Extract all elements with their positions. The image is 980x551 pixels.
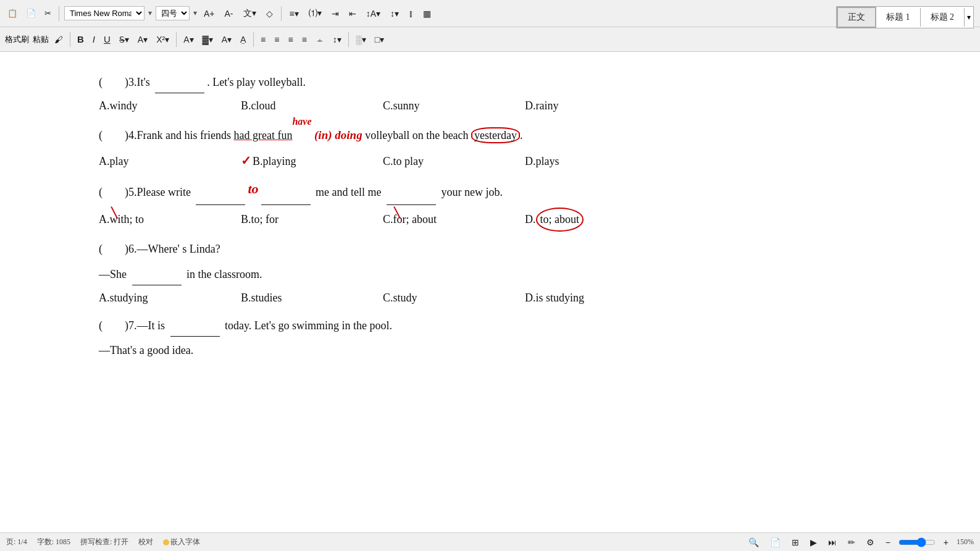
status-play-button[interactable]: ▶ <box>807 536 820 549</box>
q5-content: ( )5.Please write to me and tell me your… <box>99 178 503 205</box>
copy-button[interactable]: 📄 <box>23 7 38 19</box>
q5-options: A.w╲ith; to B.to; for C.f╲or; about D.to… <box>99 208 881 231</box>
question-5-text: ( )5.Please write to me and tell me your… <box>99 178 881 205</box>
q5-optA: A.w╲ith; to <box>99 209 241 229</box>
font-family-arrow: ▾ <box>148 9 152 18</box>
q6-content: ( )6.—Where' s Linda? <box>99 238 220 260</box>
style-dropdown-button[interactable]: ▾ <box>965 9 973 26</box>
bold-button[interactable]: B <box>74 32 87 46</box>
strikethrough-button[interactable]: S̶▾ <box>116 33 132 46</box>
para-spacing-button[interactable]: ↕▾ <box>387 7 402 20</box>
font-embed-icon <box>163 539 169 545</box>
q6-optC: C.study <box>383 288 525 308</box>
q7-sub-content: —That's a good idea. <box>99 339 193 361</box>
indent-decrease-button[interactable]: ⇤ <box>346 7 359 20</box>
cut-button[interactable]: ✂ <box>42 7 54 19</box>
q3-content: ( )3.It's . Let's play volleyball. <box>99 70 306 93</box>
q5-blank1 <box>196 182 245 205</box>
paste-button[interactable]: 📋 <box>5 7 20 19</box>
q4-optC: C.to play <box>383 151 525 171</box>
numbered-list-button[interactable]: ⑴▾ <box>306 6 325 21</box>
q4-content: ( )4.Frank and his friends had great fun… <box>99 122 523 147</box>
q6-blank <box>132 263 182 285</box>
status-bar: 页: 1/4 字数: 1085 拼写检查: 打开 校对 嵌入字体 🔍 📄 ⊞ ▶… <box>0 532 980 551</box>
status-zoom-in-button[interactable]: + <box>940 536 952 549</box>
paste-label: 粘贴 <box>33 34 49 45</box>
clear-format-button[interactable]: ◇ <box>263 7 276 20</box>
sort-button[interactable]: ↕A▾ <box>363 7 383 20</box>
question-4-text: ( )4.Frank and his friends had great fun… <box>99 122 881 147</box>
document-area: ( )3.It's . Let's play volleyball. A.win… <box>0 52 980 515</box>
q5-optD: D.to; about <box>525 208 667 231</box>
divider3 <box>70 32 70 47</box>
align-justify-button[interactable]: ≡ <box>299 33 310 46</box>
question-7-sub: —That's a good idea. <box>99 339 881 361</box>
q7-blank <box>170 314 220 337</box>
zoom-slider[interactable] <box>898 537 936 547</box>
font-decrease-button[interactable]: A- <box>222 7 237 20</box>
status-doc-button[interactable]: 📄 <box>767 536 784 549</box>
status-search-button[interactable]: 🔍 <box>745 536 762 549</box>
style-normal[interactable]: 正文 <box>837 7 876 28</box>
word-count: 字数: 1085 <box>37 537 70 547</box>
divider4 <box>176 32 177 47</box>
table-button[interactable]: ▦ <box>420 7 434 20</box>
q3-optD: D.rainy <box>525 96 667 116</box>
q6-sub-content: —She in the classroom. <box>99 263 262 285</box>
distributed-button[interactable]: ⫠ <box>312 33 327 46</box>
style-h1[interactable]: 标题 1 <box>876 8 921 27</box>
font-size-arrow: ▾ <box>193 9 197 18</box>
bullet-list-button[interactable]: ≡▾ <box>287 7 302 20</box>
format-brush-label: 格式刷 <box>5 34 29 45</box>
char-shading-button[interactable]: A▾ <box>180 33 196 46</box>
highlight-button[interactable]: ▓▾ <box>199 33 216 46</box>
q5-optC: C.f╲or; about <box>383 209 525 229</box>
q3-optA: A.windy <box>99 96 241 116</box>
font-increase-button[interactable]: A+ <box>201 7 218 20</box>
superscript-button[interactable]: X²▾ <box>153 33 172 46</box>
font-family-select[interactable]: Times New Roman Arial 宋体 <box>64 6 144 20</box>
status-forward-button[interactable]: ⏭ <box>825 536 840 549</box>
align-right-button[interactable]: ≡ <box>285 33 296 46</box>
italic-button[interactable]: I <box>90 32 98 46</box>
align-left-button[interactable]: ≡ <box>258 33 269 46</box>
q6-optB: B.studies <box>241 288 383 308</box>
q4-yesterday-circled: yesterday <box>471 127 520 143</box>
question-3-text: ( )3.It's . Let's play volleyball. <box>99 70 881 93</box>
q3-blank <box>155 70 204 93</box>
status-grid-button[interactable]: ⊞ <box>789 536 802 549</box>
ruby-button[interactable]: A̤ <box>237 33 249 46</box>
status-settings-button[interactable]: ⚙ <box>863 536 877 549</box>
q3-optB: B.cloud <box>241 96 383 116</box>
status-pen-button[interactable]: ✏ <box>845 536 858 549</box>
question-6-block: ( )6.—Where' s Linda? —She in the classr… <box>99 238 881 308</box>
shading-button[interactable]: ░▾ <box>353 33 369 46</box>
font-color-button[interactable]: A▾ <box>135 33 151 46</box>
style-h2[interactable]: 标题 2 <box>921 8 965 27</box>
copy-icon: 📄 <box>26 9 36 18</box>
underline-button[interactable]: U <box>101 32 114 46</box>
status-zoom-out-button[interactable]: − <box>882 536 894 549</box>
align-center-button[interactable]: ≡ <box>271 33 282 46</box>
col-button[interactable]: ⫿ <box>406 7 416 20</box>
q5-blank1b <box>261 182 311 205</box>
toolbar-second: 格式刷 粘贴 🖌 B I U S̶▾ A▾ X²▾ A▾ ▓▾ A▾ A̤ ≡ … <box>0 27 980 52</box>
line-spacing-button[interactable]: ↕▾ <box>330 33 345 46</box>
spell-check: 拼写检查: 打开 <box>80 537 128 547</box>
format-painter-button[interactable]: 🖌 <box>51 33 66 46</box>
q5-optB: B.to; for <box>241 209 383 229</box>
font-outline-button[interactable]: A▾ <box>219 33 235 46</box>
paste-icon: 📋 <box>7 9 17 18</box>
font-size-select[interactable]: 四号 三号 小四 <box>156 6 190 20</box>
q6-options: A.studying B.studies C.study D.is studyi… <box>99 288 881 308</box>
question-5-block: ( )5.Please write to me and tell me your… <box>99 178 881 231</box>
divider2 <box>281 6 282 21</box>
q7-content: ( )7.—It is today. Let's go swimming in … <box>99 314 392 337</box>
font-format-button[interactable]: 文▾ <box>240 6 259 21</box>
indent-increase-button[interactable]: ⇥ <box>329 7 342 20</box>
question-6-sub: —She in the classroom. <box>99 263 881 285</box>
q4-optD: D.plays <box>525 151 667 171</box>
cut-icon: ✂ <box>44 9 51 18</box>
border-button[interactable]: □▾ <box>372 33 387 46</box>
divider <box>59 6 59 21</box>
